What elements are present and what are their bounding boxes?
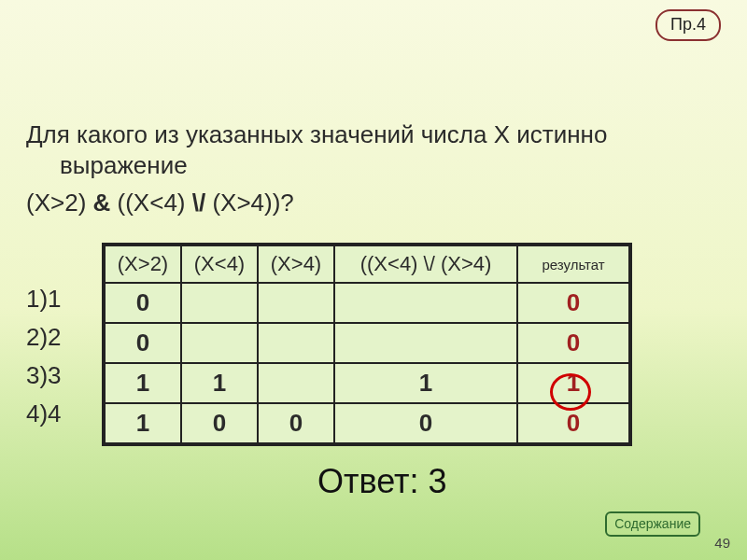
answer-options: 1)1 2)2 3)3 4)4 <box>26 280 62 433</box>
th-x-lt-4: (X<4) <box>181 245 258 283</box>
option-3: 3)3 <box>26 357 62 395</box>
th-or-expr: ((X<4) \/ (X>4) <box>334 245 517 283</box>
cell: 0 <box>105 283 181 323</box>
option-4: 4)4 <box>26 395 62 433</box>
cell-result: 0 <box>517 323 629 363</box>
cell <box>258 323 334 363</box>
cell: 1 <box>105 403 181 443</box>
option-1: 1)1 <box>26 280 62 318</box>
option-2: 2)2 <box>26 318 62 357</box>
table-header-row: (X>2) (X<4) (X>4) ((X<4) \/ (X>4) резуль… <box>105 245 629 283</box>
expr-part: ((X<4) <box>110 189 191 217</box>
cell <box>181 323 258 363</box>
cell <box>334 323 517 363</box>
cell: 0 <box>105 323 181 363</box>
cell: 1 <box>105 363 181 403</box>
cell <box>181 283 258 323</box>
table-row: 0 0 <box>105 323 629 363</box>
cell: 0 <box>181 403 258 443</box>
cell: 0 <box>334 403 517 443</box>
question-line-1: Для какого из указанных значений числа X… <box>26 119 717 150</box>
table-row: 1 1 1 1 <box>105 363 629 403</box>
operator-or: \/ <box>192 189 205 217</box>
cell: 0 <box>258 403 334 443</box>
cell: 1 <box>334 363 517 403</box>
cell: 1 <box>181 363 258 403</box>
expr-part: (X>2) <box>26 189 93 217</box>
expr-part: (X>4))? <box>205 189 294 217</box>
cell-result: 0 <box>517 403 629 443</box>
cell-result: 0 <box>517 283 629 323</box>
table-row: 0 0 <box>105 283 629 323</box>
question-block: Для какого из указанных значений числа X… <box>26 119 717 218</box>
cell <box>334 283 517 323</box>
truth-table: (X>2) (X<4) (X>4) ((X<4) \/ (X>4) резуль… <box>102 243 632 446</box>
question-expression: (X>2) & ((X<4) \/ (X>4))? <box>26 188 717 218</box>
toc-button[interactable]: Содержание <box>605 511 700 537</box>
exercise-badge: Пр.4 <box>655 9 721 41</box>
th-x-gt-2: (X>2) <box>105 245 181 283</box>
question-line-1-indent: выражение <box>60 150 717 181</box>
th-result: результат <box>517 245 629 283</box>
table-row: 1 0 0 0 0 <box>105 403 629 443</box>
operator-and: & <box>93 189 111 217</box>
page-number: 49 <box>714 535 730 551</box>
cell-result: 1 <box>517 363 629 403</box>
cell <box>258 283 334 323</box>
answer-text: Ответ: 3 <box>317 462 447 501</box>
cell <box>258 363 334 403</box>
th-x-gt-4: (X>4) <box>258 245 334 283</box>
